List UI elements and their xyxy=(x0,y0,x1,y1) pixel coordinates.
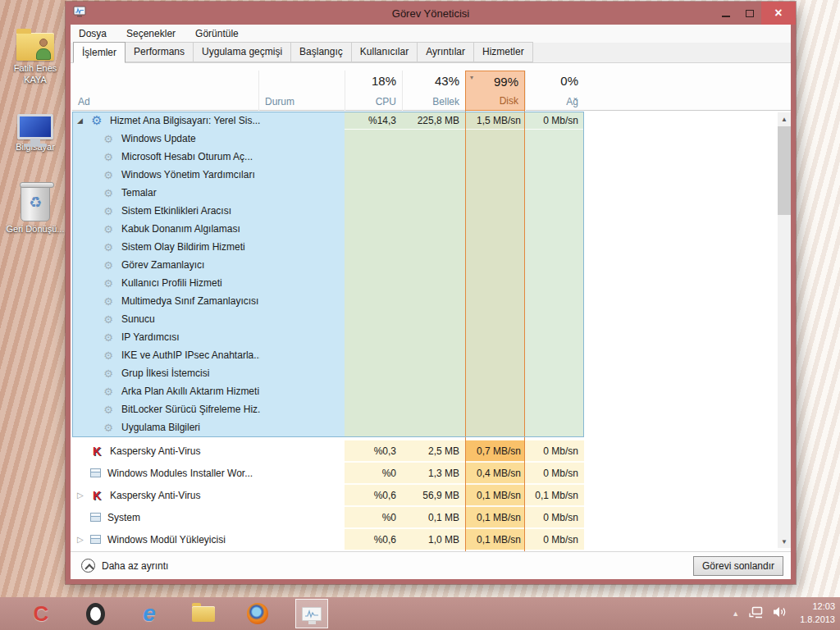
service-row[interactable]: Microsoft Hesabı Oturum Aç... xyxy=(72,148,778,166)
volume-icon[interactable] xyxy=(773,606,787,621)
disk-cell xyxy=(465,238,525,256)
process-row[interactable]: System%00,1 MB0,1 MB/sn0 Mb/sn xyxy=(72,506,778,528)
column-header-ad[interactable]: Ad xyxy=(72,71,258,111)
process-row[interactable]: ◢Hizmet Ana Bilgisayarı: Yerel Sis...%14… xyxy=(72,112,778,130)
service-row[interactable]: IP Yardımcısı xyxy=(72,328,778,346)
column-header-durum[interactable]: Durum xyxy=(258,71,345,111)
service-row[interactable]: Temalar xyxy=(72,184,778,202)
cpu-cell xyxy=(345,346,402,364)
maximize-button[interactable] xyxy=(737,2,761,25)
process-row[interactable]: ▷Windows Modül Yükleyicisi%0,61,0 MB0,1 … xyxy=(72,528,778,550)
service-row[interactable]: Görev Zamanlayıcı xyxy=(72,256,778,274)
process-name: Kullanıcı Profili Hizmeti xyxy=(121,277,222,289)
cpu-cell: %14,3 xyxy=(345,112,402,130)
expand-arrow-icon[interactable]: ▷ xyxy=(77,535,89,544)
disk-cell xyxy=(465,418,525,436)
process-row[interactable]: Windows Modules Installer Wor...%01,3 MB… xyxy=(72,462,778,484)
gear-gray-icon xyxy=(102,294,115,308)
desktop-icon-user-folder[interactable]: Fatih Enes KAYA xyxy=(3,13,67,86)
minimize-icon xyxy=(722,16,730,17)
network-icon[interactable] xyxy=(749,606,763,622)
taskbar-file-explorer-button[interactable] xyxy=(187,599,220,628)
fewer-details-toggle[interactable]: Daha az ayrıntı xyxy=(81,559,168,573)
column-label: Durum xyxy=(265,96,294,107)
column-header-bellek[interactable]: 43% Bellek xyxy=(402,71,465,111)
column-header-disk[interactable]: ▾ 99% Disk xyxy=(465,71,525,111)
service-row[interactable]: Sunucu xyxy=(72,310,778,328)
memory-cell: 1,0 MB xyxy=(402,528,465,550)
service-row[interactable]: Kullanıcı Profili Hizmeti xyxy=(72,274,778,292)
gear-gray-icon xyxy=(102,349,115,362)
service-row[interactable]: Arka Plan Akıllı Aktarım Hizmeti xyxy=(72,382,778,400)
show-hidden-icons-icon[interactable]: ▲ xyxy=(732,609,739,618)
service-row[interactable]: Windows Update xyxy=(72,130,778,148)
process-name-cell: ▷Kaspersky Anti-Virus xyxy=(72,484,260,506)
window-content: Dosya Seçenekler Görüntüle İşlemler Perf… xyxy=(71,25,791,579)
scroll-down-icon[interactable]: ▼ xyxy=(778,535,791,548)
disk-cell xyxy=(465,130,525,148)
column-header-cpu[interactable]: 18% CPU xyxy=(345,71,402,111)
column-header-ag[interactable]: 0% Ağ xyxy=(525,71,584,111)
maximize-icon xyxy=(746,10,754,17)
cpu-cell xyxy=(345,220,402,238)
service-row[interactable]: Kabuk Donanım Algılaması xyxy=(72,220,778,238)
memory-cell xyxy=(402,148,465,166)
column-label: Disk xyxy=(500,95,518,107)
network-cell xyxy=(525,346,584,364)
taskbar-task-manager-button[interactable] xyxy=(295,599,328,628)
disk-cell: 1,5 MB/sn xyxy=(465,112,525,130)
process-name: Grup İlkesi İstemcisi xyxy=(121,368,209,379)
service-row[interactable]: Grup İlkesi İstemcisi xyxy=(72,364,778,382)
row-filler xyxy=(584,484,778,506)
service-row[interactable]: IKE ve AuthIP IPsec Anahtarla... xyxy=(72,346,778,364)
cpu-cell xyxy=(345,184,402,202)
process-row[interactable]: ▷Kaspersky Anti-Virus%0,656,9 MB0,1 MB/s… xyxy=(72,484,778,506)
firefox-icon xyxy=(247,603,268,624)
taskbar-ccleaner-button[interactable]: C xyxy=(25,599,57,628)
taskbar-internet-explorer-button[interactable]: e xyxy=(133,599,166,628)
end-task-button[interactable]: Görevi sonlandır xyxy=(693,556,783,576)
menu-dosya[interactable]: Dosya xyxy=(79,28,107,39)
tab-islemler[interactable]: İşlemler xyxy=(73,42,126,63)
taskbar-firefox-button[interactable] xyxy=(241,599,274,628)
service-row[interactable]: BitLocker Sürücü Şifreleme Hiz... xyxy=(72,400,778,418)
service-row[interactable]: Sistem Etkinlikleri Aracısı xyxy=(72,202,778,220)
menu-goruntule[interactable]: Görüntüle xyxy=(195,28,239,39)
titlebar[interactable]: Görev Yöneticisi × xyxy=(66,2,796,25)
service-row[interactable]: Windows Yönetim Yardımcıları xyxy=(72,166,778,184)
close-button[interactable]: × xyxy=(761,2,796,25)
service-row[interactable]: Multimedya Sınıf Zamanlayıcısı xyxy=(72,292,778,310)
tab-kullanicilar[interactable]: Kullanıcılar xyxy=(352,42,418,62)
desktop-icon-recycle-bin[interactable]: ♻ Geri Dönüşü... xyxy=(3,174,67,235)
service-row[interactable]: Sistem Olay Bildirim Hizmeti xyxy=(72,238,778,256)
scroll-up-icon[interactable]: ▲ xyxy=(778,112,791,126)
tab-baslangic[interactable]: Başlangıç xyxy=(291,42,352,62)
tab-hizmetler[interactable]: Hizmetler xyxy=(474,42,533,62)
desktop-icon-computer[interactable]: Bilgisayar xyxy=(3,92,67,153)
column-header-row: Ad Durum 18% CPU 43% Bellek ▾ 99% Disk xyxy=(72,71,791,111)
minimize-button[interactable] xyxy=(714,2,737,25)
disk-cell xyxy=(465,346,525,364)
row-filler xyxy=(584,184,778,202)
vertical-scrollbar[interactable]: ▲ ▼ xyxy=(778,112,791,548)
memory-cell: 2,5 MB xyxy=(402,440,465,462)
expand-arrow-icon[interactable]: ▷ xyxy=(77,491,89,500)
status-cell xyxy=(260,440,345,462)
process-row[interactable]: Kaspersky Anti-Virus%0,32,5 MB0,7 MB/sn0… xyxy=(72,440,778,462)
recycle-bin-icon: ♻ xyxy=(3,174,67,221)
expand-arrow-icon[interactable]: ◢ xyxy=(77,116,89,125)
network-cell xyxy=(525,418,584,436)
process-name-cell: Sunucu xyxy=(72,310,260,328)
taskbar-opera-button[interactable] xyxy=(79,599,112,628)
column-label: Ad xyxy=(78,96,90,107)
tab-ayrintilar[interactable]: Ayrıntılar xyxy=(418,42,474,62)
taskbar-clock[interactable]: 12:03 1.8.2013 xyxy=(800,600,835,627)
tab-uygulama-gecmisi[interactable]: Uygulama geçmişi xyxy=(194,42,291,62)
disk-cell xyxy=(465,166,525,184)
cpu-cell: %0,6 xyxy=(345,484,402,506)
service-row[interactable]: Uygulama Bilgileri xyxy=(72,418,778,436)
scrollbar-thumb[interactable] xyxy=(778,126,791,215)
menu-secenekler[interactable]: Seçenekler xyxy=(126,28,176,39)
tab-performans[interactable]: Performans xyxy=(126,42,194,62)
taskbar: C e ▲ xyxy=(0,597,840,630)
